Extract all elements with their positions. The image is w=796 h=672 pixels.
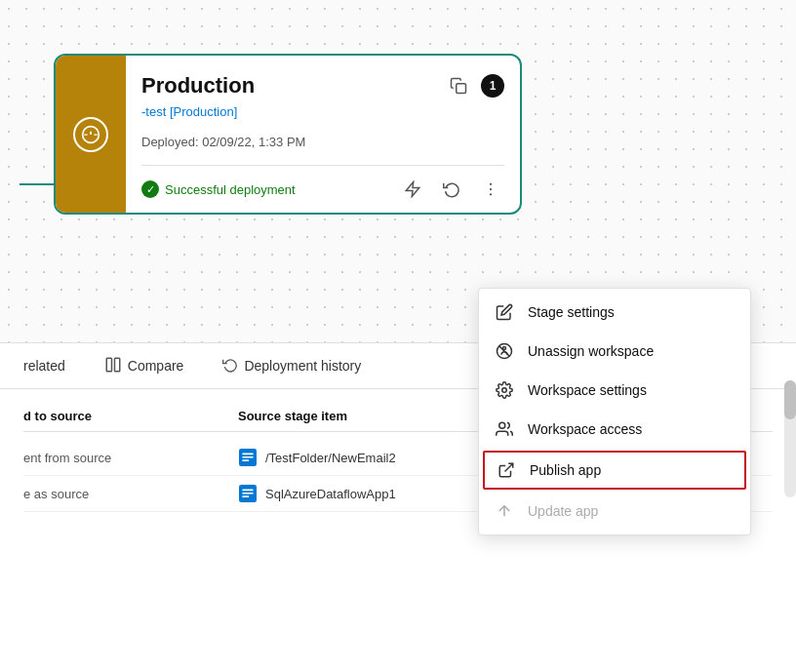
card-footer: ✓ Successful deployment — [141, 165, 504, 213]
scroll-thumb[interactable] — [784, 380, 796, 419]
workspace-settings-icon — [495, 380, 514, 400]
menu-item-publish-app[interactable]: Publish app — [483, 451, 746, 490]
svg-point-7 — [490, 193, 492, 195]
workspace-settings-label: Workspace settings — [528, 382, 647, 398]
menu-item-update-app: Update app — [479, 492, 750, 531]
tab-compare[interactable]: Compare — [97, 352, 192, 380]
card-left-bar — [56, 56, 126, 213]
svg-point-6 — [490, 188, 492, 190]
related-label: related — [23, 358, 65, 374]
card-header: Production 1 — [141, 71, 504, 100]
row2-value: SqlAzureDataflowApp1 — [265, 487, 396, 501]
svg-marker-4 — [406, 182, 419, 197]
compare-label: Compare — [128, 358, 184, 374]
update-app-label: Update app — [528, 503, 598, 519]
row2-icon — [238, 484, 258, 503]
menu-item-workspace-access[interactable]: Workspace access — [479, 410, 750, 449]
stage-settings-label: Stage settings — [528, 304, 615, 320]
svg-rect-8 — [106, 358, 111, 372]
deployment-status: ✓ Successful deployment — [141, 180, 296, 198]
unassign-workspace-label: Unassign workspace — [528, 343, 654, 359]
card-deployed: Deployed: 02/09/22, 1:33 PM — [141, 135, 504, 149]
deployment-history-icon — [222, 357, 238, 376]
table-cell-row2-col1: e as source — [23, 487, 238, 501]
status-text: Successful deployment — [165, 182, 296, 197]
workspace-access-icon — [495, 419, 514, 439]
svg-point-20 — [503, 347, 506, 350]
svg-point-22 — [499, 422, 505, 428]
lightning-icon-button[interactable] — [399, 176, 426, 203]
more-options-button[interactable] — [477, 176, 504, 203]
status-check-icon: ✓ — [141, 180, 159, 198]
svg-point-21 — [502, 388, 507, 393]
svg-rect-13 — [242, 459, 249, 461]
svg-rect-12 — [242, 456, 253, 458]
svg-rect-17 — [242, 495, 249, 497]
tab-deployment-history[interactable]: Deployment history — [215, 353, 369, 379]
workspace-access-label: Workspace access — [528, 421, 642, 437]
svg-rect-16 — [242, 493, 253, 494]
compare-icon — [104, 356, 122, 376]
deployed-label: Deployed: — [141, 135, 202, 149]
svg-rect-15 — [242, 490, 253, 492]
card-subtitle: -test [Production] — [141, 104, 504, 119]
menu-item-stage-settings[interactable]: Stage settings — [479, 293, 750, 332]
svg-point-5 — [490, 183, 492, 185]
deployment-history-label: Deployment history — [244, 358, 361, 374]
menu-item-workspace-settings[interactable]: Workspace settings — [479, 371, 750, 410]
unassign-workspace-icon — [495, 341, 514, 361]
svg-rect-3 — [457, 84, 466, 94]
scroll-track[interactable] — [784, 380, 796, 497]
main-area: Production 1 -test [Production] Deployed… — [0, 0, 796, 672]
footer-icons — [399, 176, 504, 203]
row1-value: /TestFolder/NewEmail2 — [265, 451, 396, 465]
production-card: Production 1 -test [Production] Deployed… — [54, 54, 522, 215]
card-left-icon — [73, 117, 108, 152]
copy-icon-button[interactable] — [444, 71, 473, 100]
tab-related[interactable]: related — [16, 354, 73, 377]
publish-app-label: Publish app — [530, 462, 601, 478]
svg-rect-11 — [242, 454, 253, 455]
context-menu: Stage settings Unassign workspace — [478, 288, 751, 535]
deployed-date: 02/09/22, 1:33 PM — [202, 135, 305, 149]
card-actions: 1 — [444, 71, 504, 100]
table-col1-header: d to source — [23, 409, 238, 423]
card-content: Production 1 -test [Production] Deployed… — [126, 56, 520, 213]
update-app-icon — [495, 501, 514, 521]
card-title: Production — [141, 73, 255, 99]
notification-badge: 1 — [481, 74, 504, 98]
menu-item-unassign-workspace[interactable]: Unassign workspace — [479, 332, 750, 371]
svg-line-23 — [505, 463, 513, 471]
stage-settings-icon — [495, 302, 514, 322]
row1-icon — [238, 448, 258, 467]
history-icon-button[interactable] — [438, 176, 465, 203]
publish-app-icon — [497, 460, 516, 480]
table-cell-row1-col1: ent from source — [23, 451, 238, 465]
svg-rect-9 — [114, 358, 119, 372]
